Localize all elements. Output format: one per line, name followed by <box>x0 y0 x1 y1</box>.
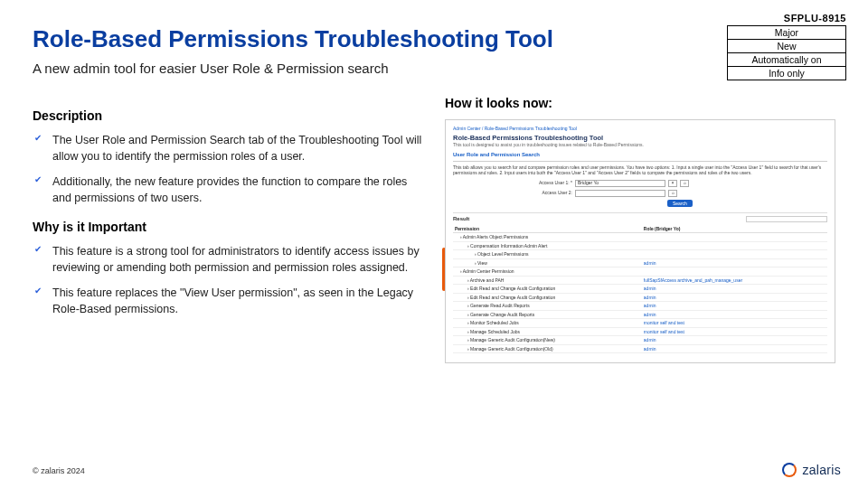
mock-intro: This tab allows you to search for and co… <box>453 164 827 176</box>
mock-inputs: Access User 1: * Bridger Yo × ⌕ Access U… <box>534 180 827 208</box>
mock-perm-cell: › Admin Center Permission <box>453 267 642 277</box>
description-bullet: Additionally, the new feature provides t… <box>33 174 423 206</box>
info-row: Major <box>728 26 846 40</box>
logo-text: zalaris <box>802 463 841 477</box>
mock-row: › Compensation Information Admin Alert <box>453 241 827 250</box>
mock-perm-cell: › Compensation Information Admin Alert <box>453 241 642 250</box>
mock-row: › Monitor Scheduled Jobsmonitor self and… <box>453 319 827 328</box>
mock-title: Role-Based Permissions Troubleshooting T… <box>453 134 827 143</box>
mock-perm-cell: › Manage Generic Audit Configuration(Old… <box>453 344 642 353</box>
mock-perm-cell: › Manage Scheduled Jobs <box>453 327 642 336</box>
mock-role-cell <box>642 250 827 259</box>
mock-row: › Edit Read and Change Audit Configurati… <box>453 293 827 302</box>
mock-row: › Archive and PAHfullSapSfAccess archive… <box>453 276 827 285</box>
right-column: How it looks now: Admin Center / Role-Ba… <box>445 96 835 363</box>
mock-user2-input <box>575 190 665 197</box>
mock-role-cell <box>642 233 827 242</box>
info-row: Automatically on <box>728 53 846 67</box>
mock-role-cell: monitor self and test <box>642 327 827 336</box>
mock-user1-input: Bridger Yo <box>575 180 665 187</box>
description-bullet: The User Role and Permission Search tab … <box>33 132 423 164</box>
mock-user1-label: Access User 1: * <box>534 180 572 186</box>
mock-row: › Object Level Permissions <box>453 250 827 259</box>
page-title: Role-Based Permissions Troubleshooting T… <box>33 25 835 53</box>
importance-list: This feature is a strong tool for admini… <box>33 243 423 318</box>
left-column: Description The User Role and Permission… <box>33 96 423 363</box>
mock-row: › Admin Alerts Object Permissions <box>453 233 827 242</box>
mock-user2-label: Access User 2: <box>534 190 572 196</box>
info-box: SFPLU-8915 Major New Automatically on In… <box>727 13 846 80</box>
mock-result-table: Permission Role (Bridger Yo) › Admin Ale… <box>453 225 827 354</box>
mock-col-permission: Permission <box>453 225 642 233</box>
info-id: SFPLU-8915 <box>727 13 846 23</box>
mock-clear-icon: × <box>668 180 677 187</box>
description-heading: Description <box>33 108 423 123</box>
mock-col-role: Role (Bridger Yo) <box>642 225 827 233</box>
mock-role-cell <box>642 241 827 250</box>
mock-row: › Admin Center Permission <box>453 267 827 277</box>
screenshot-preview: Admin Center / Role-Based Permissions Tr… <box>445 119 835 363</box>
mock-row: › Manage Generic Audit Configuration(Old… <box>453 344 827 353</box>
importance-heading: Why is it Important <box>33 220 423 234</box>
mock-perm-cell: › Generate Read Audit Reports <box>453 302 642 311</box>
mock-perm-cell: › Generate Change Audit Reports <box>453 310 642 319</box>
mock-role-cell: admin <box>642 336 827 345</box>
mock-search-icon: ⌕ <box>668 190 677 197</box>
info-row: Info only <box>728 67 846 80</box>
mock-role-cell: monitor self and test <box>642 319 827 328</box>
mock-perm-cell: › Object Level Permissions <box>453 250 642 259</box>
mock-role-cell: admin <box>642 344 827 353</box>
mock-role-cell: admin <box>642 258 827 267</box>
mock-perm-cell: › Edit Read and Change Audit Configurati… <box>453 285 642 294</box>
mock-subtitle: This tool is designed to assist you in t… <box>453 142 827 148</box>
mock-perm-cell: › View <box>453 258 642 267</box>
mock-perm-cell: › Admin Alerts Object Permissions <box>453 233 642 242</box>
mock-perm-cell: › Monitor Scheduled Jobs <box>453 319 642 328</box>
mock-row: › Manage Generic Audit Configuration(New… <box>453 336 827 345</box>
mock-row: › Generate Read Audit Reportsadmin <box>453 302 827 311</box>
mock-row: › Generate Change Audit Reportsadmin <box>453 310 827 319</box>
mock-search-button: Search <box>667 200 693 208</box>
mock-role-cell: admin <box>642 310 827 319</box>
mock-row: › Manage Scheduled Jobsmonitor self and … <box>453 327 827 336</box>
mock-breadcrumb: Admin Center / Role-Based Permissions Tr… <box>453 126 827 132</box>
mock-search-icon: ⌕ <box>680 180 689 187</box>
mock-perm-cell: › Archive and PAH <box>453 276 642 285</box>
mock-row: › Edit Read and Change Audit Configurati… <box>453 285 827 294</box>
mock-row: › Viewadmin <box>453 258 827 267</box>
page-subtitle: A new admin tool for easier User Role & … <box>33 61 835 76</box>
mock-role-cell: admin <box>642 302 827 311</box>
preview-heading: How it looks now: <box>445 96 835 110</box>
mock-role-cell: admin <box>642 293 827 302</box>
mock-perm-cell: › Manage Generic Audit Configuration(New… <box>453 336 642 345</box>
mock-role-cell: fullSapSfAccess archive_and_pah_manage_u… <box>642 276 827 285</box>
mock-role-cell: admin <box>642 285 827 294</box>
description-list: The User Role and Permission Search tab … <box>33 132 423 207</box>
importance-bullet: This feature is a strong tool for admini… <box>33 243 423 276</box>
mock-tab: User Role and Permission Search <box>453 152 827 162</box>
brand-logo: zalaris <box>782 463 841 477</box>
info-table: Major New Automatically on Info only <box>727 25 846 80</box>
mock-role-cell <box>642 267 827 277</box>
logo-icon <box>782 463 797 477</box>
mock-perm-cell: › Edit Read and Change Audit Configurati… <box>453 293 642 302</box>
importance-bullet: This feature replaces the "View User per… <box>33 285 423 317</box>
copyright: © zalaris 2024 <box>33 466 85 475</box>
mock-result-search <box>746 216 827 222</box>
info-row: New <box>728 40 846 53</box>
